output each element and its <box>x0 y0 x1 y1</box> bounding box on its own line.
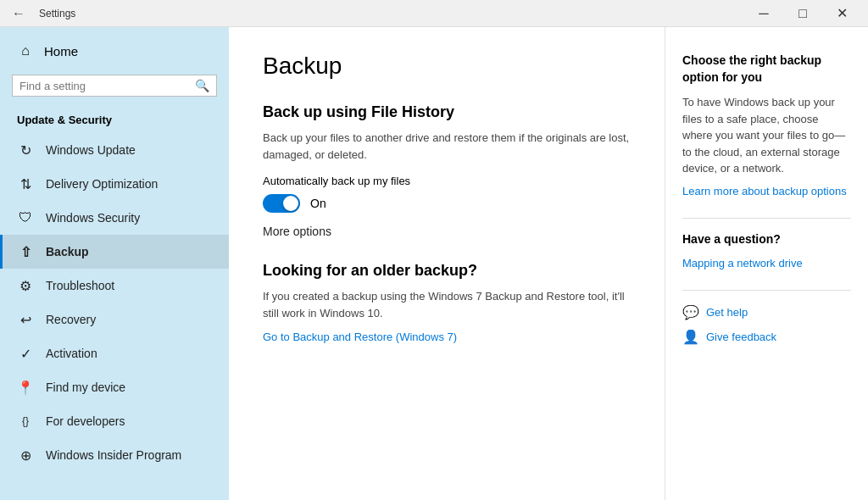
main-content: Backup Back up using File History Back u… <box>229 27 665 500</box>
choose-desc: To have Windows back up your files to a … <box>682 94 851 177</box>
recovery-icon: ↩ <box>17 311 34 328</box>
mapping-network-drive-link[interactable]: Mapping a network drive <box>682 257 803 269</box>
sidebar-item-label: For developers <box>46 414 125 428</box>
choose-title: Choose the right backup option for you <box>682 53 851 86</box>
right-panel: Choose the right backup option for you T… <box>665 27 868 500</box>
page-title: Backup <box>263 53 631 80</box>
file-history-title: Back up using File History <box>263 103 631 121</box>
search-input[interactable] <box>19 80 190 92</box>
auto-backup-label: Automatically back up my files <box>263 175 631 187</box>
sidebar-item-troubleshoot[interactable]: ⚙ Troubleshoot <box>0 269 229 303</box>
sidebar-item-recovery[interactable]: ↩ Recovery <box>0 303 229 336</box>
content: Backup Back up using File History Back u… <box>229 27 868 500</box>
app-body: ⌂ Home 🔍 Update & Security ↻ Windows Upd… <box>0 27 868 500</box>
for-developers-icon: {} <box>17 413 34 430</box>
get-help-icon: 💬 <box>682 304 699 320</box>
home-icon: ⌂ <box>17 42 34 59</box>
sidebar-item-activation[interactable]: ✓ Activation <box>0 336 229 370</box>
auto-backup-toggle[interactable] <box>263 194 300 213</box>
sidebar-item-windows-security[interactable]: 🛡 Windows Security <box>0 201 229 235</box>
windows-update-icon: ↻ <box>17 142 34 158</box>
give-feedback-icon: 👤 <box>682 329 699 345</box>
sidebar-item-label: Find my device <box>46 381 125 394</box>
title-bar-title: Settings <box>39 8 75 19</box>
learn-more-link[interactable]: Learn more about backup options <box>682 185 847 197</box>
activation-icon: ✓ <box>17 345 34 362</box>
get-help-label: Get help <box>706 306 748 319</box>
toggle-knob <box>283 196 298 211</box>
sidebar-item-label: Windows Update <box>46 143 136 157</box>
title-bar-controls: ─ □ ✕ <box>744 0 861 27</box>
toggle-row: On <box>263 194 631 213</box>
sidebar-item-label: Activation <box>46 347 97 360</box>
give-feedback-label: Give feedback <box>706 331 776 343</box>
qa-title: Have a question? <box>682 232 851 246</box>
toggle-state-label: On <box>310 197 326 210</box>
close-button[interactable]: ✕ <box>822 0 861 27</box>
home-label: Home <box>44 44 78 58</box>
sidebar-item-label: Troubleshoot <box>46 279 114 292</box>
backup-icon: ⇧ <box>17 243 34 260</box>
qa-section: Have a question? Mapping a network drive <box>682 232 851 269</box>
windows-security-icon: 🛡 <box>17 209 34 226</box>
section-header: Update & Security <box>0 108 229 133</box>
sidebar-item-windows-insider[interactable]: ⊕ Windows Insider Program <box>0 438 229 472</box>
sidebar-item-for-developers[interactable]: {} For developers <box>0 404 229 438</box>
minimize-button[interactable]: ─ <box>744 0 783 27</box>
back-button[interactable]: ← <box>7 4 31 23</box>
sidebar-item-delivery-optimization[interactable]: ⇅ Delivery Optimization <box>0 167 229 201</box>
sidebar-item-label: Recovery <box>46 313 96 326</box>
sidebar-item-label: Windows Insider Program <box>46 448 181 462</box>
windows-insider-icon: ⊕ <box>17 447 34 464</box>
sidebar-item-label: Windows Security <box>46 211 140 225</box>
sidebar-item-label: Backup <box>46 245 89 258</box>
sidebar: ⌂ Home 🔍 Update & Security ↻ Windows Upd… <box>0 27 229 500</box>
divider <box>682 218 851 219</box>
title-bar: ← Settings ─ □ ✕ <box>0 0 868 27</box>
divider-2 <box>682 290 851 291</box>
choose-section: Choose the right backup option for you T… <box>682 53 851 197</box>
older-backup-link[interactable]: Go to Backup and Restore (Windows 7) <box>263 331 457 343</box>
delivery-optimization-icon: ⇅ <box>17 175 34 192</box>
more-options-link[interactable]: More options <box>263 225 331 238</box>
file-history-description: Back up your files to another drive and … <box>263 130 631 163</box>
sidebar-home[interactable]: ⌂ Home <box>0 27 229 75</box>
get-help-action[interactable]: 💬 Get help <box>682 304 851 320</box>
find-my-device-icon: 📍 <box>17 379 34 396</box>
sidebar-item-find-my-device[interactable]: 📍 Find my device <box>0 370 229 404</box>
search-icon: 🔍 <box>195 79 209 92</box>
troubleshoot-icon: ⚙ <box>17 277 34 294</box>
give-feedback-action[interactable]: 👤 Give feedback <box>682 329 851 345</box>
search-box[interactable]: 🔍 <box>12 75 217 97</box>
older-backup-description: If you created a backup using the Window… <box>263 288 631 321</box>
title-bar-left: ← Settings <box>7 4 75 23</box>
sidebar-item-windows-update[interactable]: ↻ Windows Update <box>0 133 229 167</box>
sidebar-item-backup[interactable]: ⇧ Backup <box>0 235 229 269</box>
sidebar-item-label: Delivery Optimization <box>46 177 158 191</box>
maximize-button[interactable]: □ <box>783 0 822 27</box>
older-backup-title: Looking for an older backup? <box>263 262 631 280</box>
